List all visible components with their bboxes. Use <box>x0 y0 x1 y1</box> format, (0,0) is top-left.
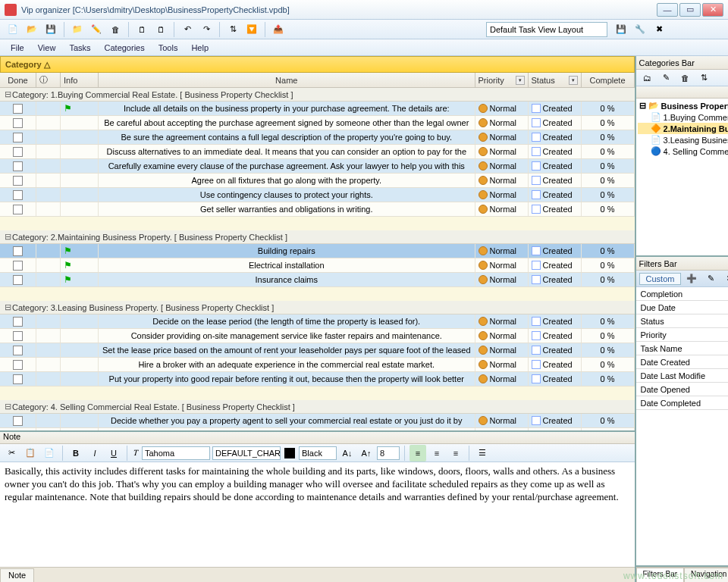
filter-row[interactable]: Date Opened▾ <box>636 383 728 396</box>
note-tab[interactable]: Note <box>0 568 34 582</box>
col-done[interactable]: Done <box>0 73 36 87</box>
done-checkbox[interactable] <box>13 261 23 271</box>
menu-categories[interactable]: Categories <box>99 42 151 54</box>
clear-icon[interactable]: ✖ <box>651 21 667 38</box>
color-swatch[interactable] <box>284 448 295 458</box>
bullets-icon[interactable]: ☰ <box>474 445 491 462</box>
size-down-icon[interactable]: A↓ <box>339 445 356 462</box>
task-row[interactable]: Consider providing on-site management se… <box>0 329 635 343</box>
done-checkbox[interactable] <box>13 205 23 214</box>
task-row[interactable]: Be sure the agreement contains a full le… <box>0 130 635 145</box>
new-icon[interactable]: 📄 <box>5 21 21 38</box>
italic-icon[interactable]: I <box>86 445 103 462</box>
filter-icon[interactable]: 🔽 <box>243 21 260 38</box>
filter-row[interactable]: Date Created▾ <box>636 355 728 369</box>
charset-selector[interactable]: DEFAULT_CHAR <box>212 446 281 460</box>
align-center-icon[interactable]: ≡ <box>428 445 445 462</box>
cat-del-icon[interactable]: 🗑 <box>677 70 694 86</box>
done-checkbox[interactable] <box>13 176 23 186</box>
done-checkbox[interactable] <box>13 275 23 285</box>
task-row[interactable]: ⚑Electrical installationNormalCreated0 % <box>0 258 635 273</box>
export-icon[interactable]: 📤 <box>270 21 287 38</box>
menu-tasks[interactable]: Tasks <box>63 42 96 54</box>
cat-sort-icon[interactable]: ⇅ <box>696 70 713 86</box>
font-selector[interactable]: Tahoma <box>142 446 210 460</box>
menu-help[interactable]: Help <box>185 42 215 54</box>
done-checkbox[interactable] <box>13 147 23 157</box>
align-left-icon[interactable]: ≡ <box>410 445 426 462</box>
sort-icon[interactable]: ⇅ <box>224 21 241 38</box>
filter-edit-icon[interactable]: ✎ <box>702 271 719 287</box>
col-priority[interactable]: Priority▾ <box>475 73 529 87</box>
done-checkbox[interactable] <box>13 104 23 114</box>
cat-edit-icon[interactable]: ✎ <box>658 70 675 86</box>
task-row[interactable]: Carefully examine every clause of the pu… <box>0 159 635 174</box>
filter-del-icon[interactable]: ✖ <box>721 271 728 287</box>
menu-file[interactable]: File <box>5 42 30 54</box>
layout-selector[interactable]: Default Task View Layout <box>486 22 607 37</box>
col-info[interactable]: Info <box>61 73 99 87</box>
done-checkbox[interactable] <box>13 161 23 171</box>
redo-icon[interactable]: ↷ <box>198 21 215 38</box>
note-paste-icon[interactable]: 📄 <box>41 445 58 462</box>
delete-icon[interactable]: 🗑 <box>107 21 124 38</box>
task-row[interactable]: Set the lease price based on the amount … <box>0 343 635 358</box>
category-item[interactable]: 🔶2.Maintaining Business Propert33 <box>638 123 728 134</box>
col-name[interactable]: Name <box>99 73 475 87</box>
save-icon[interactable]: 💾 <box>42 21 59 38</box>
group-row[interactable]: ⊟ Category: 4. Selling Commercial Real E… <box>0 400 635 414</box>
menu-tools[interactable]: Tools <box>152 42 184 54</box>
task-row[interactable]: Hire a broker with an adequate experienc… <box>0 358 635 372</box>
category-item[interactable]: 🔵4. Selling Commercial Real Esta1313 <box>638 146 728 157</box>
task-row[interactable]: Get seller warranties and obligations in… <box>0 202 635 217</box>
minimize-button[interactable]: — <box>657 3 678 17</box>
category-item[interactable]: 📄1.Buying Commercial Real Esta88 <box>638 111 728 123</box>
task-grid[interactable]: Done ⓘ Info Name Priority▾ Status▾ Compl… <box>0 73 635 430</box>
category-root[interactable]: ⊟📂Business Property Checklist2929 <box>638 100 728 111</box>
task-row[interactable]: ⚑Building repairsNormalCreated0 % <box>0 244 635 258</box>
maximize-button[interactable]: ▭ <box>679 3 701 17</box>
done-checkbox[interactable] <box>13 331 23 341</box>
task-row[interactable]: ⚑Insurance claimsNormalCreated0 % <box>0 273 635 287</box>
done-checkbox[interactable] <box>13 190 23 200</box>
col-complete[interactable]: Complete <box>582 73 635 87</box>
filter-row[interactable]: Task Name▾ <box>636 342 728 355</box>
task-row[interactable]: Agree on all fixtures that go along with… <box>0 174 635 188</box>
filter-row[interactable]: Date Last Modifie▾ <box>636 369 728 383</box>
done-checkbox[interactable] <box>13 246 23 256</box>
new-task-icon[interactable]: 🗒 <box>133 21 150 38</box>
group-by-bar[interactable]: Category△ <box>0 56 635 73</box>
group-row[interactable]: ⊟ Category: 1.Buying Commercial Real Est… <box>0 88 635 102</box>
done-checkbox[interactable] <box>13 374 23 384</box>
filter-row[interactable]: Priority▾ <box>636 328 728 342</box>
task-row[interactable]: Decide whether you pay a property agent … <box>0 414 635 428</box>
done-checkbox[interactable] <box>13 360 23 370</box>
col-info-icon[interactable]: ⓘ <box>36 73 61 87</box>
category-item[interactable]: 📄3.Leasing Business Property.55 <box>638 134 728 146</box>
align-right-icon[interactable]: ≡ <box>447 445 464 462</box>
group-row[interactable]: ⊟ Category: 2.Maintaining Business Prope… <box>0 230 635 244</box>
note-body[interactable]: Basically, this activity includes differ… <box>0 462 635 567</box>
close-button[interactable]: ✕ <box>702 3 723 17</box>
tool-icon[interactable]: 🔧 <box>632 21 648 38</box>
task-row[interactable]: Use contingency clauses to protect your … <box>0 188 635 202</box>
font-size[interactable]: 8 <box>377 446 400 460</box>
done-checkbox[interactable] <box>13 133 23 142</box>
menu-view[interactable]: View <box>32 42 62 54</box>
edit-icon[interactable]: ✏️ <box>88 21 105 38</box>
bold-icon[interactable]: B <box>67 445 84 462</box>
done-checkbox[interactable] <box>13 346 23 355</box>
group-row[interactable]: ⊟ Category: 3.Leasing Business Property.… <box>0 301 635 314</box>
task-edit-icon[interactable]: 🗒 <box>152 21 169 38</box>
filter-row[interactable]: Due Date▾ <box>636 301 728 314</box>
task-row[interactable]: Put your property into good repair befor… <box>0 372 635 386</box>
task-row[interactable]: Decide on the lease period (the length o… <box>0 314 635 329</box>
done-checkbox[interactable] <box>13 317 23 327</box>
font-color[interactable]: Black <box>299 446 337 460</box>
task-row[interactable]: Discuss alternatives to an immediate dea… <box>0 145 635 159</box>
filter-row[interactable]: Status▾ <box>636 314 728 328</box>
task-row[interactable]: ⚑Include all details on the business pro… <box>0 102 635 116</box>
col-status[interactable]: Status▾ <box>529 73 582 87</box>
custom-filter-button[interactable]: Custom <box>639 273 682 285</box>
note-cut-icon[interactable]: ✂ <box>3 445 20 462</box>
